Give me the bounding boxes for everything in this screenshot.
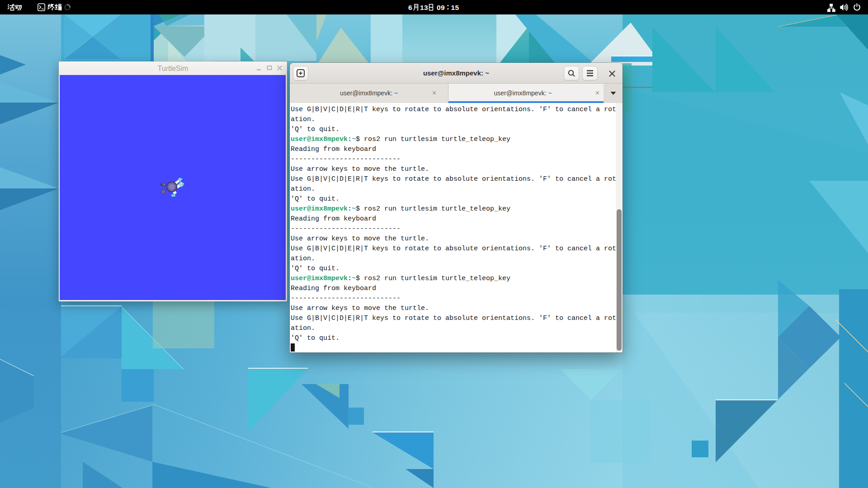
svg-text:13: 13 bbox=[420, 4, 428, 11]
svg-text:15: 15 bbox=[451, 4, 459, 11]
svg-text:6: 6 bbox=[408, 4, 412, 11]
svg-text:09: 09 bbox=[437, 4, 445, 11]
